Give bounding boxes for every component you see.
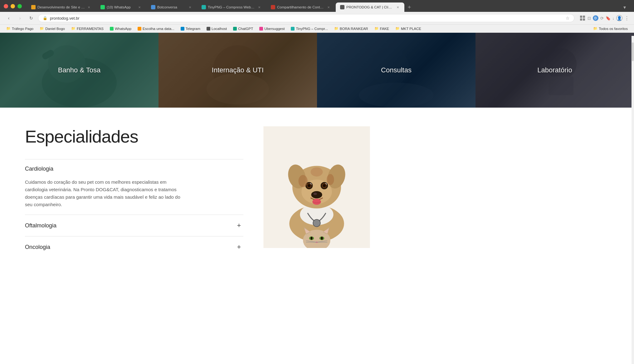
back-button[interactable]: ‹ <box>4 14 13 22</box>
ubersuggest-favicon <box>259 27 263 31</box>
oncologia-expand-icon[interactable]: + <box>235 243 243 251</box>
bookmark-mkt[interactable]: 📁 MKT PLACE <box>393 26 424 31</box>
bookmark-chatgpt[interactable]: ChatGPT <box>231 26 256 31</box>
folder-icon: 📁 <box>71 27 76 31</box>
oncologia-title: Oncologia <box>25 244 50 250</box>
folder-icon: 📁 <box>40 27 44 31</box>
folder-icon: 📁 <box>395 27 400 31</box>
extensions-grid-icon[interactable] <box>579 15 586 21</box>
bookmark-fake[interactable]: 📁 FAKE <box>372 26 392 31</box>
lock-icon: 🔒 <box>43 16 47 20</box>
service-label-banho: Banho & Tosa <box>58 66 101 74</box>
service-laboratorio[interactable]: Laboratório <box>476 33 634 108</box>
tab-close-comp[interactable]: ✕ <box>326 5 331 9</box>
service-consultas[interactable]: Consultas <box>317 33 476 108</box>
bookmark-label: TinyPNG – Compr... <box>296 27 328 31</box>
specialty-section: Especialidades Cardiologia Cuidamos do c… <box>0 108 634 276</box>
tab-label-botconversa: Botconversa <box>157 5 186 9</box>
tab-close-prontodog[interactable]: ✕ <box>396 5 400 9</box>
download-icon[interactable]: ↓ <box>612 16 615 21</box>
tab-label-tinypng: TinyPNG – Compress WebP... <box>208 5 255 9</box>
specialty-oncologia-header[interactable]: Oncologia + <box>25 236 243 258</box>
bookmark-daniel[interactable]: 📁 Daniel Bogo <box>37 26 67 31</box>
cardiologia-title: Cardiologia <box>25 166 53 172</box>
tab-prontodog[interactable]: PRONTODOG & CAT | Clínica... ✕ <box>336 2 404 12</box>
bookmark-whatsapp[interactable]: WhatsApp <box>107 26 134 31</box>
tab-label-whatsapp: (10) WhatsApp <box>107 5 135 9</box>
close-button[interactable] <box>4 4 8 8</box>
svg-point-23 <box>323 184 326 187</box>
profile-menu-icon[interactable]: 👤 <box>616 15 622 21</box>
tinypng-favicon <box>291 27 295 31</box>
bookmark-bora[interactable]: 📁 BORA RANKEAR <box>332 26 371 31</box>
tab-close-botconversa[interactable]: ✕ <box>188 5 192 9</box>
address-field[interactable]: 🔒 prontodog.vet.br ☆ <box>38 14 574 22</box>
telegram-favicon <box>181 27 184 31</box>
bookmark-tinypng[interactable]: TinyPNG – Compr... <box>288 26 330 31</box>
tab-botconversa[interactable]: Botconversa ✕ <box>147 2 197 12</box>
tab-close-icon[interactable]: ✕ <box>87 5 91 9</box>
tab-compartilhamento[interactable]: Compartilhamento de Conta... ✕ <box>266 2 335 12</box>
tab-desenvolvimento[interactable]: Desenvolvimento de Site e L... ✕ <box>27 2 95 12</box>
tab-groups-icon[interactable]: ⊡ <box>588 16 591 21</box>
reload-button[interactable]: ↻ <box>27 14 36 22</box>
tab-close-tinypng[interactable]: ✕ <box>257 5 261 9</box>
bookmark-ferramentas[interactable]: 📁 FERRAMENTAS <box>69 26 106 31</box>
bookmarks-right-section: 📁 Todos os favoritos <box>591 26 630 31</box>
specialty-oncologia: Oncologia + <box>25 236 243 258</box>
specialty-left: Especialidades Cardiologia Cuidamos do c… <box>25 126 243 258</box>
maximize-button[interactable] <box>17 4 22 8</box>
bookmark-telegram[interactable]: Telegram <box>178 26 203 31</box>
services-section: Banho & Tosa Internação & UTI <box>0 33 634 108</box>
browser-action-icons: ⊡ D ⟳ 🔖 ↓ 👤 ⋮ <box>579 15 630 21</box>
bookmark-label: WhatsApp <box>115 27 131 31</box>
scrollbar-thumb[interactable] <box>632 42 634 61</box>
minimize-button[interactable] <box>11 4 15 8</box>
bookmark-trafego[interactable]: 📁 Tráfego Pago <box>4 26 36 31</box>
tab-favicon-tinypng <box>202 5 206 9</box>
bookmark-localhost[interactable]: Localhost <box>204 26 229 31</box>
cardiologia-content: Cuidamos do coração do seu pet com os me… <box>25 178 243 215</box>
all-bookmarks-link[interactable]: 📁 Todos os favoritos <box>591 26 630 31</box>
traffic-lights <box>4 4 27 10</box>
bookmark-label: Telegram <box>186 27 200 31</box>
tab-dropdown-button[interactable]: ▾ <box>620 3 629 12</box>
tab-whatsapp[interactable]: (10) WhatsApp ✕ <box>96 2 146 12</box>
address-text: prontodog.vet.br <box>50 16 563 21</box>
service-label-laboratorio: Laboratório <box>537 66 572 74</box>
tab-close-whatsapp[interactable]: ✕ <box>137 5 142 9</box>
tab-label-comp: Compartilhamento de Conta... <box>277 5 324 9</box>
svg-point-30 <box>313 219 320 226</box>
bookmark-ubersuggest[interactable]: Ubersuggest <box>257 26 287 31</box>
bookmarks-bar: 📁 Tráfego Pago 📁 Daniel Bogo 📁 FERRAMENT… <box>0 25 634 33</box>
svg-point-28 <box>327 174 334 185</box>
bookmark-escolha[interactable]: Escolha uma data... <box>135 26 177 31</box>
more-menu-icon[interactable]: ⋮ <box>624 15 630 21</box>
oftalmologia-expand-icon[interactable]: + <box>235 221 243 230</box>
svg-point-22 <box>308 184 311 187</box>
star-icon[interactable]: ☆ <box>566 16 570 21</box>
folder-icon: 📁 <box>374 27 379 31</box>
bookmark-icon[interactable]: 🔖 <box>606 16 611 21</box>
svg-point-25 <box>313 193 317 195</box>
specialty-oftalmologia: Oftalmologia + <box>25 215 243 236</box>
sync-icon[interactable]: ⟳ <box>600 16 604 21</box>
specialty-cardiologia-header[interactable]: Cardiologia <box>25 159 243 178</box>
new-tab-button[interactable]: ＋ <box>405 3 414 12</box>
bookmark-label: BORA RANKEAR <box>340 27 368 31</box>
folder-icon: 📁 <box>6 27 11 31</box>
tab-tinypng[interactable]: TinyPNG – Compress WebP... ✕ <box>197 2 266 12</box>
bookmark-label: ChatGPT <box>238 27 253 31</box>
scrollbar[interactable] <box>632 36 634 364</box>
bookmark-label: Ubersuggest <box>264 27 285 31</box>
profile-icon[interactable]: D <box>593 15 598 21</box>
dog-cat-illustration <box>262 126 371 248</box>
service-internacao[interactable]: Internação & UTI <box>158 33 317 108</box>
cardiologia-description: Cuidamos do coração do seu pet com os me… <box>25 178 181 208</box>
svg-point-26 <box>312 199 321 205</box>
specialty-oftalmologia-header[interactable]: Oftalmologia + <box>25 215 243 236</box>
specialty-right <box>262 126 381 258</box>
service-banho[interactable]: Banho & Tosa <box>0 33 158 108</box>
svg-point-27 <box>299 175 308 187</box>
forward-button[interactable]: › <box>16 14 24 22</box>
